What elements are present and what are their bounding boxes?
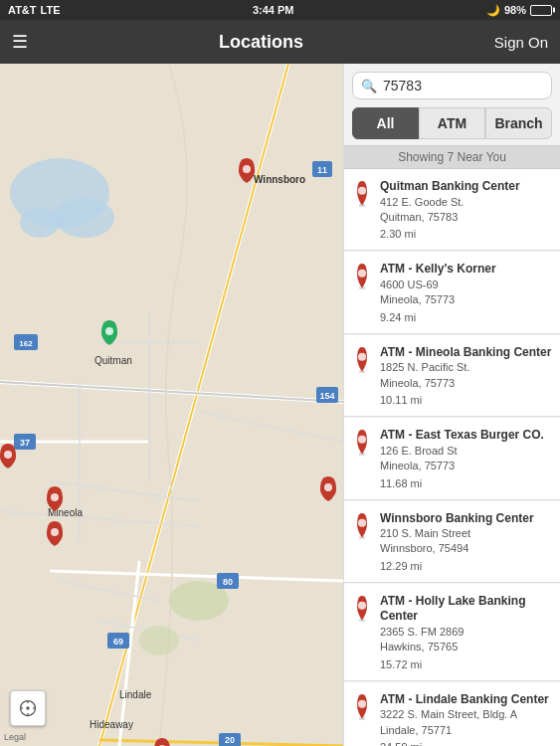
search-input[interactable] [383, 78, 543, 93]
location-address: 4600 US-69Mineola, 75773 [380, 278, 552, 308]
svg-point-52 [324, 483, 332, 491]
svg-point-46 [4, 451, 12, 459]
legal-text: Legal [4, 732, 26, 742]
pin-icon [352, 264, 372, 293]
compass-icon [18, 698, 38, 718]
svg-text:Quitman: Quitman [94, 355, 132, 366]
svg-point-56 [26, 706, 29, 709]
svg-point-62 [358, 187, 366, 195]
location-name: ATM - East Texas Burger CO. [380, 428, 552, 444]
search-input-wrap[interactable]: 🔍 [352, 72, 552, 99]
map-area[interactable]: 11 154 37 162 80 69 20 W [0, 64, 343, 746]
svg-text:11: 11 [317, 165, 327, 175]
location-distance: 2.30 mi [380, 228, 552, 240]
menu-icon[interactable]: ☰ [12, 31, 28, 53]
main-container: 11 154 37 162 80 69 20 W [0, 64, 560, 746]
battery-percent: 98% [504, 4, 526, 16]
pin-icon [352, 430, 372, 460]
location-address: 412 E. Goode St.Quitman, 75783 [380, 195, 552, 226]
pin-icon [352, 181, 372, 211]
svg-text:Winnsboro: Winnsboro [254, 174, 305, 185]
location-name: ATM - Holly Lake Banking Center [380, 594, 552, 625]
svg-point-64 [358, 270, 366, 278]
location-address: 126 E. Broad StMineola, 75773 [380, 444, 552, 474]
showing-count-text: Showing 7 Near You [344, 145, 560, 169]
map-svg: 11 154 37 162 80 69 20 W [0, 64, 343, 746]
location-name: ATM - Kelly's Korner [380, 262, 552, 278]
location-info: ATM - Kelly's Korner 4600 US-69Mineola, … [380, 262, 552, 322]
svg-text:37: 37 [20, 438, 30, 448]
search-icon: 🔍 [361, 79, 377, 93]
svg-text:20: 20 [225, 735, 235, 745]
location-distance: 10.11 mi [380, 394, 552, 406]
svg-text:154: 154 [319, 391, 334, 401]
list-item[interactable]: ATM - Lindale Banking Center 3222 S. Mai… [344, 682, 560, 746]
svg-text:Hideaway: Hideaway [90, 719, 133, 730]
status-time: 3:44 PM [253, 4, 294, 16]
svg-text:162: 162 [19, 339, 33, 348]
battery-icon [530, 5, 552, 16]
filter-branch-button[interactable]: Branch [485, 107, 552, 139]
svg-point-42 [243, 165, 251, 173]
svg-point-66 [358, 352, 366, 360]
svg-text:Lindale: Lindale [119, 689, 152, 700]
location-address: 2365 S. FM 2869Hawkins, 75765 [380, 625, 552, 655]
status-right: 🌙 98% [486, 4, 552, 17]
location-distance: 11.68 mi [380, 477, 552, 489]
moon-icon: 🌙 [486, 4, 500, 17]
svg-point-48 [51, 493, 59, 501]
svg-point-21 [139, 626, 179, 655]
nav-bar: ☰ Locations Sign On [0, 20, 560, 64]
location-name: Winnsboro Banking Center [380, 511, 552, 527]
list-item[interactable]: Quitman Banking Center 412 E. Goode St.Q… [344, 169, 560, 251]
svg-text:80: 80 [223, 577, 233, 587]
location-name: ATM - Mineola Banking Center [380, 345, 552, 361]
sign-on-button[interactable]: Sign On [494, 34, 548, 51]
list-item[interactable]: ATM - Kelly's Korner 4600 US-69Mineola, … [344, 252, 560, 333]
filter-buttons: All ATM Branch [344, 107, 560, 145]
location-distance: 15.72 mi [380, 658, 552, 670]
svg-point-74 [358, 700, 366, 708]
location-address: 210 S. Main StreetWinnsboro, 75494 [380, 526, 552, 557]
location-info: Quitman Banking Center 412 E. Goode St.Q… [380, 179, 552, 240]
pin-icon [352, 347, 372, 377]
filter-atm-button[interactable]: ATM [419, 107, 485, 139]
svg-point-72 [358, 602, 366, 610]
page-title: Locations [219, 32, 303, 53]
pin-icon [352, 596, 372, 626]
pin-icon [352, 694, 372, 724]
location-distance: 12.29 mi [380, 560, 552, 572]
status-bar: AT&T LTE 3:44 PM 🌙 98% [0, 0, 560, 20]
filter-all-button[interactable]: All [352, 107, 419, 139]
pin-icon [352, 513, 372, 543]
location-name: ATM - Lindale Banking Center [380, 692, 552, 708]
network-type: LTE [41, 4, 61, 16]
carrier-text: AT&T [8, 4, 37, 16]
svg-point-2 [55, 198, 114, 238]
location-info: ATM - Mineola Banking Center 1825 N. Pac… [380, 345, 552, 406]
list-item[interactable]: ATM - Mineola Banking Center 1825 N. Pac… [344, 335, 560, 417]
location-address: 3222 S. Main Street, Bldg. ALindale, 757… [380, 707, 552, 738]
svg-point-70 [358, 518, 366, 526]
location-distance: 24.59 mi [380, 741, 552, 746]
location-info: ATM - East Texas Burger CO. 126 E. Broad… [380, 428, 552, 488]
svg-text:69: 69 [113, 637, 123, 647]
status-left: AT&T LTE [8, 4, 60, 16]
svg-point-3 [20, 208, 60, 238]
svg-point-68 [358, 436, 366, 444]
location-info: Winnsboro Banking Center 210 S. Main Str… [380, 511, 552, 572]
location-info: ATM - Lindale Banking Center 3222 S. Mai… [380, 692, 552, 746]
right-panel: 🔍 All ATM Branch Showing 7 Near You Qu [343, 64, 560, 746]
location-name: Quitman Banking Center [380, 179, 552, 195]
location-button[interactable] [10, 690, 46, 726]
svg-point-44 [105, 327, 113, 335]
list-item[interactable]: Winnsboro Banking Center 210 S. Main Str… [344, 501, 560, 583]
search-bar: 🔍 [344, 64, 560, 107]
list-item[interactable]: ATM - Holly Lake Banking Center 2365 S. … [344, 584, 560, 681]
location-info: ATM - Holly Lake Banking Center 2365 S. … [380, 594, 552, 670]
svg-point-50 [51, 528, 59, 536]
list-item[interactable]: ATM - East Texas Burger CO. 126 E. Broad… [344, 418, 560, 499]
location-list[interactable]: Quitman Banking Center 412 E. Goode St.Q… [344, 169, 560, 746]
location-distance: 9.24 mi [380, 311, 552, 323]
location-address: 1825 N. Pacific St.Mineola, 75773 [380, 360, 552, 391]
